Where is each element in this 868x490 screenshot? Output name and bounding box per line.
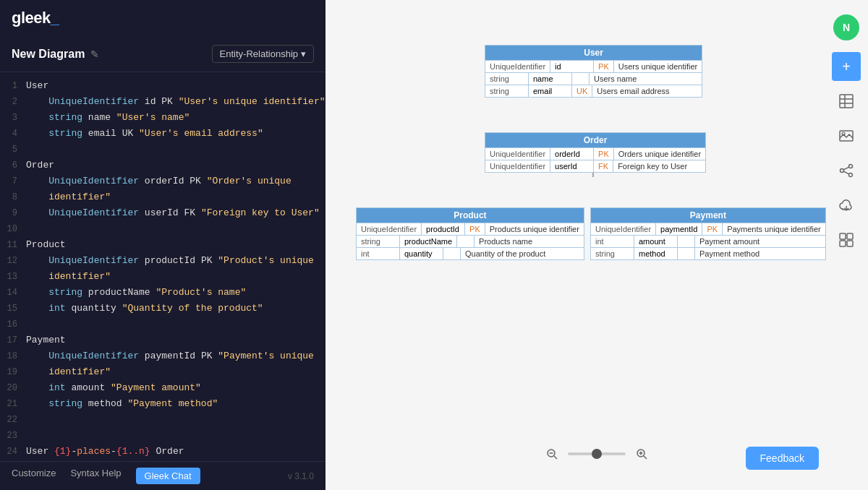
code-line: 21 string method "Payment method" — [0, 396, 326, 412]
table-row: UniqueIdentifier userId FK Foreign key t… — [485, 160, 705, 172]
svg-line-34 — [644, 456, 647, 459]
zoom-in-button[interactable] — [631, 444, 652, 464]
grid-icon — [838, 232, 854, 248]
bottom-links: Customize Syntax Help Gleek Chat — [12, 468, 200, 484]
line-number: 1 — [0, 79, 26, 93]
code-editor[interactable]: 1User2 UniqueIdentifier id PK "User's un… — [0, 72, 326, 461]
user-entity[interactable]: User UniqueIdentifier id PK Users unique… — [485, 45, 702, 98]
line-number: 7 — [0, 174, 26, 189]
image-icon — [838, 128, 854, 144]
zoom-out-button[interactable] — [542, 444, 562, 464]
zoom-controls — [542, 444, 652, 464]
svg-rect-26 — [840, 241, 846, 246]
table-row: UniqueIdentifier productId PK Products u… — [357, 223, 584, 235]
code-line: 4 string email UK "User's email address" — [0, 126, 326, 142]
table-row: int quantity Quantity of the product — [357, 247, 584, 259]
line-number: 19 — [0, 365, 26, 379]
code-line: 11Product — [0, 237, 326, 253]
svg-point-20 — [849, 173, 853, 177]
line-number: 18 — [0, 349, 26, 364]
cloud-button[interactable] — [832, 191, 861, 220]
svg-point-18 — [849, 165, 853, 168]
grid-button[interactable] — [832, 225, 861, 254]
zoom-out-icon — [545, 447, 558, 460]
line-content — [26, 317, 326, 332]
line-content: Product — [26, 238, 326, 252]
line-content: identifier" — [26, 365, 326, 379]
line-content: string email UK "User's email address" — [26, 126, 326, 141]
logo-text: gleek_ — [12, 9, 59, 27]
line-number: 5 — [0, 142, 26, 157]
logo: gleek_ — [0, 0, 326, 36]
svg-line-21 — [843, 167, 848, 170]
svg-point-19 — [841, 169, 844, 173]
code-line: 24User {1}-places-{1..n} Order — [0, 444, 326, 460]
order-entity[interactable]: Order UniqueIdentifier orderId PK Orders… — [485, 132, 706, 173]
zoom-slider[interactable] — [568, 452, 626, 455]
diagram-title-group: New Diagram ✎ — [12, 48, 99, 61]
share-button[interactable] — [832, 156, 861, 185]
diagram-header: New Diagram ✎ Entity-Relationship ▾ — [0, 36, 326, 72]
diagram-title: New Diagram — [12, 48, 85, 61]
line-content: UniqueIdentifier userId FK "Foreign key … — [26, 206, 326, 220]
payment-entity[interactable]: Payment UniqueIdentifier paymentId PK Pa… — [590, 207, 826, 260]
line-content — [26, 413, 326, 427]
avatar[interactable]: N — [833, 14, 859, 40]
edit-icon[interactable]: ✎ — [90, 48, 99, 60]
feedback-button[interactable]: Feedback — [746, 447, 819, 470]
code-line: 1User — [0, 78, 326, 94]
app-container: gleek_ New Diagram ✎ Entity-Relationship… — [0, 0, 868, 490]
diagram-type-label: Entity-Relationship — [220, 48, 298, 59]
canvas-area: places contains has User — [326, 0, 868, 490]
code-line: 14 string productName "Product's name" — [0, 285, 326, 301]
line-number: 20 — [0, 381, 26, 395]
product-entity-header: Product — [357, 208, 584, 223]
table-row: int amount Payment amount — [591, 235, 825, 247]
code-line: 10 — [0, 221, 326, 237]
line-content: string productName "Product's name" — [26, 285, 326, 300]
line-content: string name "User's name" — [26, 111, 326, 125]
user-entity-header: User — [485, 46, 702, 60]
line-number: 16 — [0, 317, 26, 332]
line-number: 2 — [0, 95, 26, 109]
svg-rect-12 — [840, 95, 853, 108]
syntax-help-link[interactable]: Syntax Help — [70, 468, 121, 484]
svg-line-30 — [554, 456, 557, 459]
share-icon — [838, 163, 854, 179]
gleek-chat-link[interactable]: Gleek Chat — [136, 468, 200, 484]
add-button[interactable]: + — [832, 52, 861, 81]
line-content: int quantity "Quantity of the product" — [26, 301, 326, 316]
table-icon — [838, 93, 854, 109]
image-export-button[interactable] — [832, 121, 861, 150]
plus-icon: + — [842, 59, 851, 75]
svg-rect-24 — [840, 233, 846, 239]
code-line: 15 int quantity "Quantity of the product… — [0, 301, 326, 317]
code-line: 12 UniqueIdentifier productId PK "Produc… — [0, 253, 326, 269]
line-content: identifier" — [26, 190, 326, 205]
code-line: 8 identifier" — [0, 189, 326, 205]
code-line: 13 identifier" — [0, 269, 326, 285]
code-line: 18 UniqueIdentifier paymentId PK "Paymen… — [0, 348, 326, 364]
left-panel: gleek_ New Diagram ✎ Entity-Relationship… — [0, 0, 326, 490]
line-content: Payment — [26, 333, 326, 348]
customize-link[interactable]: Customize — [12, 468, 56, 484]
line-content — [26, 142, 326, 157]
line-number: 8 — [0, 190, 26, 205]
line-content: int amount "Payment amount" — [26, 381, 326, 395]
line-number: 14 — [0, 285, 26, 300]
line-number: 23 — [0, 429, 26, 443]
code-line: 16 — [0, 317, 326, 332]
code-line: 20 int amount "Payment amount" — [0, 380, 326, 396]
zoom-in-icon — [635, 447, 648, 460]
line-content: User {1}-places-{1..n} Order — [26, 444, 326, 459]
diagram-type-button[interactable]: Entity-Relationship ▾ — [212, 45, 314, 63]
table-row: string email UK Users email address — [485, 85, 702, 97]
table-icon-button[interactable] — [832, 87, 861, 116]
zoom-slider-thumb[interactable] — [592, 449, 602, 459]
canvas-panel[interactable]: places contains has User — [326, 0, 868, 490]
line-content — [26, 429, 326, 443]
product-entity[interactable]: Product UniqueIdentifier productId PK Pr… — [356, 207, 584, 260]
code-line: 2 UniqueIdentifier id PK "User's unique … — [0, 94, 326, 110]
code-line: 7 UniqueIdentifier orderId PK "Order's u… — [0, 173, 326, 189]
line-number: 10 — [0, 222, 26, 236]
